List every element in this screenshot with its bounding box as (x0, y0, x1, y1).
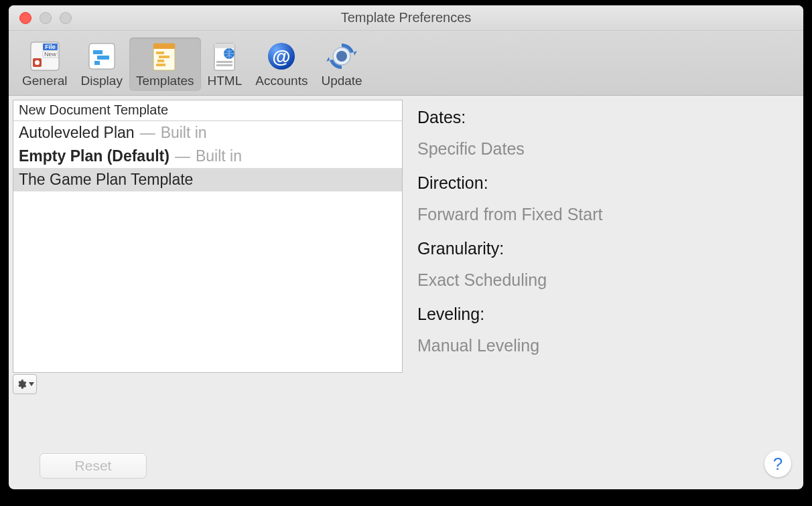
template-suffix: Built in (161, 124, 207, 142)
separator: — (140, 124, 155, 142)
template-name: Autoleveled Plan (19, 124, 135, 142)
tab-display[interactable]: Display (74, 37, 129, 91)
svg-rect-8 (93, 50, 103, 54)
tab-label: Update (321, 74, 362, 88)
direction-label: Direction: (417, 173, 790, 193)
svg-text:@: @ (273, 46, 291, 67)
templates-icon (149, 40, 181, 72)
tab-accounts[interactable]: @ Accounts (249, 37, 314, 91)
tab-label: Templates (136, 74, 194, 88)
traffic-lights (9, 12, 72, 24)
svg-rect-12 (153, 44, 175, 49)
svg-point-27 (336, 51, 347, 62)
zoom-button[interactable] (60, 12, 72, 24)
tab-templates[interactable]: Templates (129, 37, 201, 91)
separator: — (175, 147, 190, 165)
svg-rect-14 (159, 56, 170, 58)
main-content: New Document Template Autoleveled Plan —… (9, 96, 803, 442)
svg-rect-20 (216, 61, 232, 63)
svg-point-6 (35, 60, 40, 65)
dates-value: Specific Dates (417, 139, 790, 159)
preferences-toolbar: File New General Display (9, 31, 803, 96)
svg-text:New: New (44, 51, 57, 58)
svg-rect-13 (156, 52, 164, 54)
help-button[interactable]: ? (764, 450, 791, 477)
bottom-bar: Reset ? (9, 442, 803, 489)
tab-update[interactable]: Update (314, 37, 368, 91)
window-title: Template Preferences (9, 10, 803, 25)
preferences-window: Template Preferences File New General (9, 5, 803, 489)
titlebar: Template Preferences (9, 5, 803, 31)
template-suffix: Built in (196, 147, 242, 165)
templates-actions-menu[interactable] (13, 374, 37, 394)
svg-marker-26 (326, 57, 330, 62)
dates-label: Dates: (417, 108, 790, 127)
templates-panel: New Document Template Autoleveled Plan —… (9, 96, 403, 442)
templates-list-header: New Document Template (13, 100, 402, 121)
leveling-label: Leveling: (417, 305, 790, 324)
granularity-label: Granularity: (417, 239, 790, 258)
templates-list[interactable]: New Document Template Autoleveled Plan —… (13, 100, 403, 373)
chevron-down-icon (29, 382, 34, 386)
template-row[interactable]: The Game Plan Template (13, 168, 402, 191)
tab-label: General (22, 74, 68, 88)
svg-rect-21 (216, 64, 232, 66)
tab-general[interactable]: File New General (15, 37, 74, 91)
gear-icon (16, 379, 27, 390)
template-row[interactable]: Autoleveled Plan — Built in (13, 121, 402, 145)
granularity-value: Exact Scheduling (417, 270, 790, 290)
svg-rect-16 (156, 64, 165, 66)
template-row[interactable]: Empty Plan (Default) — Built in (13, 145, 402, 168)
direction-value: Forward from Fixed Start (417, 205, 790, 224)
tab-html[interactable]: HTML (201, 37, 249, 91)
leveling-value: Manual Leveling (417, 336, 790, 355)
svg-marker-25 (354, 51, 357, 56)
svg-rect-18 (214, 44, 234, 48)
html-icon (208, 40, 241, 72)
update-icon (326, 40, 358, 72)
tab-label: HTML (208, 74, 243, 88)
svg-text:File: File (45, 44, 56, 50)
template-details: Dates: Specific Dates Direction: Forward… (403, 96, 803, 442)
display-icon (86, 40, 118, 72)
tab-label: Accounts (255, 74, 308, 88)
minimize-button[interactable] (40, 12, 52, 24)
template-name: Empty Plan (Default) (19, 147, 170, 165)
svg-marker-28 (29, 382, 34, 386)
svg-rect-9 (97, 56, 109, 60)
template-name: The Game Plan Template (19, 171, 193, 189)
accounts-icon: @ (265, 40, 297, 72)
reset-button[interactable]: Reset (40, 453, 147, 479)
general-icon: File New (29, 40, 61, 72)
tab-label: Display (81, 74, 123, 88)
close-button[interactable] (19, 12, 31, 24)
svg-rect-15 (157, 60, 164, 62)
svg-rect-10 (94, 61, 100, 65)
